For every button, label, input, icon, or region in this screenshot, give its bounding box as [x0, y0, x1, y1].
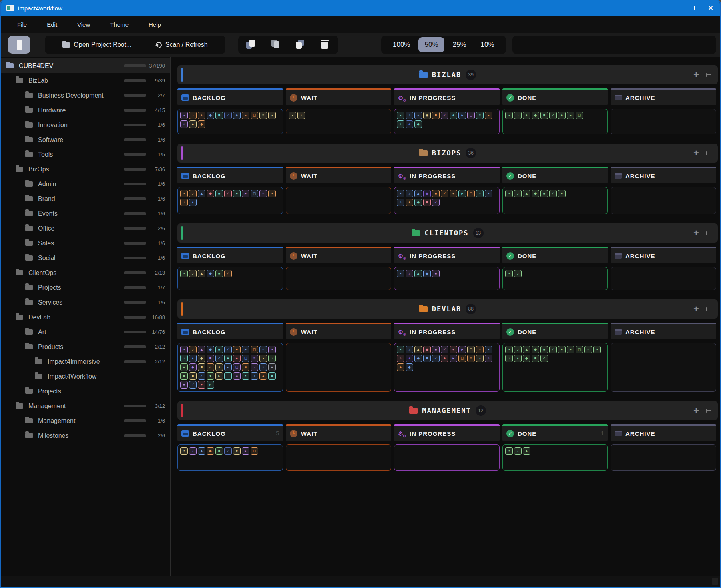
card[interactable]: ▲	[406, 199, 413, 206]
sidebar-item-art[interactable]: Art14/76	[1, 325, 170, 339]
card[interactable]: ✓	[224, 447, 232, 455]
card[interactable]: ♪	[189, 270, 197, 277]
sidebar-item-business-development[interactable]: Business Development2/7	[1, 88, 170, 103]
card[interactable]: ◆	[189, 363, 197, 371]
close-button[interactable]: ✕	[701, 0, 720, 16]
sidebar-item-innovation[interactable]: Innovation1/6	[1, 118, 170, 132]
card[interactable]: ◻	[242, 355, 249, 362]
card[interactable]: ≡	[467, 355, 475, 362]
card[interactable]: ▲	[268, 363, 276, 371]
card[interactable]: ◻	[576, 346, 583, 353]
card[interactable]: ▪	[397, 112, 404, 119]
card[interactable]: ■	[207, 355, 214, 362]
card[interactable]: ●	[198, 381, 205, 389]
card[interactable]: ▸	[215, 372, 223, 380]
card[interactable]: ■	[532, 355, 539, 362]
card[interactable]: ♪	[406, 270, 413, 277]
card[interactable]: ◆	[414, 355, 422, 362]
card[interactable]: ◻	[251, 112, 258, 119]
card[interactable]: ●	[450, 112, 457, 119]
sidebar-item-social[interactable]: Social1/6	[1, 251, 170, 265]
card[interactable]: ✓	[207, 363, 214, 371]
card[interactable]: ▲	[189, 199, 197, 206]
sidebar-item-milestones[interactable]: Milestones2/6	[1, 428, 170, 443]
card[interactable]: ■	[432, 112, 440, 119]
card[interactable]: ▲	[189, 120, 197, 128]
sidebar-item-management[interactable]: Management1/6	[1, 413, 170, 428]
card[interactable]: ▲	[523, 190, 530, 197]
sidebar-item-services[interactable]: Services1/6	[1, 295, 170, 310]
card[interactable]: ◆	[532, 346, 539, 353]
collapse-board-button[interactable]	[706, 409, 711, 413]
card[interactable]: ▪	[251, 363, 258, 371]
resize-grip[interactable]	[712, 578, 718, 585]
card[interactable]: ♪	[189, 346, 197, 353]
sidebar-item-products[interactable]: Products2/12	[1, 339, 170, 354]
card[interactable]: ◆	[180, 372, 188, 380]
card[interactable]: ▪	[397, 346, 404, 353]
card[interactable]: ●	[450, 346, 457, 353]
card[interactable]: ▲	[523, 346, 530, 353]
card[interactable]: ●	[233, 190, 241, 197]
card[interactable]: ◆	[423, 112, 431, 119]
sidebar-item-devlab[interactable]: DevLab16/88	[1, 310, 170, 325]
sidebar-item-impact4workflow[interactable]: Impact4Workflow	[1, 369, 170, 384]
card[interactable]: ▸	[450, 355, 457, 362]
card[interactable]: ●	[558, 112, 566, 119]
card[interactable]: ▪	[505, 190, 513, 197]
card[interactable]: ≡	[259, 346, 267, 353]
card[interactable]: ◆	[406, 363, 413, 371]
collapse-board-button[interactable]	[706, 73, 711, 77]
card[interactable]: ≡	[233, 372, 241, 380]
card[interactable]: ▸	[242, 346, 249, 353]
add-card-button[interactable]: +	[693, 406, 699, 415]
sidebar-item-clientops[interactable]: ClientOps2/13	[1, 265, 170, 280]
card[interactable]: ♪	[514, 270, 522, 277]
card[interactable]: ▪	[180, 346, 188, 353]
card[interactable]: ◆	[207, 112, 214, 119]
card[interactable]: ◻	[251, 346, 258, 353]
card[interactable]: ♪	[268, 355, 276, 362]
paste-button[interactable]	[268, 37, 283, 52]
card[interactable]: ◆	[423, 270, 431, 277]
card[interactable]: ▪	[505, 112, 513, 119]
card[interactable]: ≡	[242, 363, 249, 371]
card[interactable]: ♪	[397, 120, 404, 128]
card[interactable]: ▸	[224, 363, 232, 371]
sidebar-item-hardware[interactable]: Hardware4/15	[1, 103, 170, 118]
card[interactable]: ≡	[476, 346, 484, 353]
sidebar-item-projects[interactable]: Projects	[1, 384, 170, 399]
sidebar-item-sales[interactable]: Sales1/6	[1, 236, 170, 251]
zoom-button-50-[interactable]: 50%	[418, 37, 444, 52]
sidebar-item-admin[interactable]: Admin1/6	[1, 177, 170, 191]
card[interactable]: ◻	[467, 346, 475, 353]
card[interactable]: ♪	[406, 112, 413, 119]
sidebar-toggle-button[interactable]	[8, 36, 30, 54]
card[interactable]: ✓	[441, 346, 448, 353]
card[interactable]: ♪	[180, 199, 188, 206]
duplicate-button[interactable]	[293, 37, 308, 52]
card[interactable]: ▪	[268, 112, 276, 119]
card[interactable]: ■	[423, 199, 431, 206]
card[interactable]: ▲	[198, 346, 205, 353]
card[interactable]: ◆	[414, 120, 422, 128]
card[interactable]: ♪	[514, 346, 522, 353]
card[interactable]: ◆	[532, 112, 539, 119]
card[interactable]: ■	[215, 190, 223, 197]
card[interactable]: ≡	[259, 112, 267, 119]
card[interactable]: ♪	[189, 447, 197, 455]
card[interactable]: ▪	[505, 346, 513, 353]
card[interactable]: ■	[215, 270, 223, 277]
card[interactable]: ●	[207, 372, 214, 380]
minimize-button[interactable]	[665, 0, 683, 16]
card[interactable]: ▸	[567, 112, 574, 119]
card[interactable]: ▸	[567, 346, 574, 353]
card[interactable]: ●	[441, 355, 448, 362]
card[interactable]: ♪	[180, 120, 188, 128]
card[interactable]: ▪	[476, 355, 484, 362]
card[interactable]: ✓	[549, 346, 557, 353]
sidebar-item-bizops[interactable]: BizOps7/36	[1, 162, 170, 177]
card[interactable]: ✓	[198, 372, 205, 380]
menu-item-edit[interactable]: Edit	[40, 19, 64, 30]
card[interactable]: ▪	[505, 447, 513, 455]
